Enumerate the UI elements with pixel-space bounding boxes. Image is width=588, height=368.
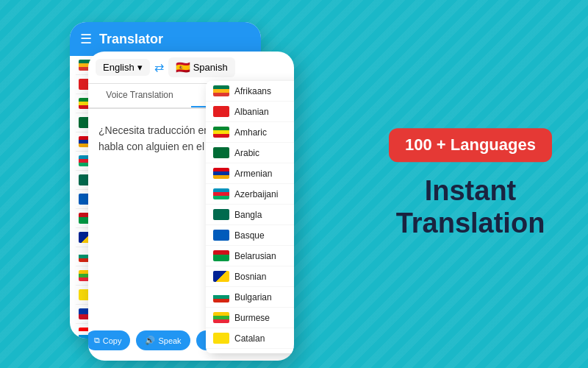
- hamburger-icon[interactable]: ☰: [80, 31, 92, 47]
- list-item[interactable]: Bosnian: [206, 266, 294, 287]
- swap-icon[interactable]: ⇄: [154, 60, 164, 74]
- lang-selector: English ▾ ⇄ 🇪🇸 Spanish: [88, 52, 294, 84]
- target-lang-button[interactable]: 🇪🇸 Spanish: [168, 57, 235, 77]
- flag-icon: [213, 250, 229, 261]
- list-item[interactable]: Amharic: [206, 122, 294, 143]
- list-item[interactable]: Arabic: [206, 143, 294, 163]
- flag-icon: [213, 106, 229, 117]
- lang-name: Belarusian: [234, 251, 276, 261]
- list-item[interactable]: Armenian: [206, 163, 294, 184]
- flag-icon: [213, 147, 229, 158]
- list-item[interactable]: Burmese: [206, 308, 294, 328]
- speak-button[interactable]: 🔊 Speak: [136, 330, 190, 350]
- list-item[interactable]: Bulgarian: [206, 287, 294, 308]
- list-item[interactable]: Catalan: [206, 328, 294, 349]
- lang-name: Burmese: [234, 313, 270, 323]
- list-item[interactable]: Afrikaans: [206, 81, 294, 102]
- flag-icon: [213, 127, 229, 138]
- flag-icon: [213, 230, 229, 241]
- lang-name: Bosnian: [234, 272, 266, 282]
- flag-icon: [213, 209, 229, 220]
- list-item[interactable]: Cebuano: [206, 349, 294, 353]
- copy-icon: ⧉: [94, 336, 100, 345]
- source-lang-label: English: [103, 62, 135, 73]
- lang-name: Afrikaans: [234, 86, 271, 96]
- dropdown-arrow-icon: ▾: [137, 62, 143, 73]
- languages-badge: 100 + Languages: [389, 128, 552, 162]
- lang-name: Azerbaijani: [234, 189, 278, 199]
- flag-icon: [213, 271, 229, 282]
- lang-name: Catalan: [234, 333, 265, 344]
- lang-name: Arabic: [234, 148, 259, 158]
- lang-name: Amharic: [234, 127, 267, 138]
- lang-name: Albanian: [234, 107, 269, 117]
- flag-icon: [213, 333, 229, 344]
- source-lang-button[interactable]: English ▾: [96, 59, 150, 76]
- lang-name: Bulgarian: [234, 292, 272, 302]
- right-panel: 100 + Languages Instant Translation: [375, 128, 566, 239]
- list-item[interactable]: Belarusian: [206, 246, 294, 266]
- flag-icon: [213, 168, 229, 179]
- lang-name: Basque: [234, 230, 265, 241]
- flag-icon: [213, 312, 229, 323]
- lang-name: Bangla: [234, 210, 262, 220]
- phone-front: English ▾ ⇄ 🇪🇸 Spanish Voice Translation…: [88, 52, 294, 361]
- app-title: Translator: [99, 32, 163, 47]
- flag-icon: [213, 188, 229, 199]
- tab-voice-translation[interactable]: Voice Translation: [88, 84, 191, 107]
- flag-icon: [213, 85, 229, 96]
- speak-icon: 🔊: [145, 336, 155, 345]
- language-dropdown[interactable]: AfrikaansAlbanianAmharicArabicArmenianAz…: [206, 81, 294, 353]
- lang-name: Armenian: [234, 169, 272, 179]
- target-lang-label: Spanish: [193, 62, 228, 73]
- list-item[interactable]: Bangla: [206, 205, 294, 225]
- copy-button[interactable]: ⧉ Copy: [88, 330, 130, 350]
- list-item[interactable]: Albanian: [206, 102, 294, 122]
- list-item[interactable]: Basque: [206, 225, 294, 246]
- instant-translation-heading: Instant Translation: [375, 175, 566, 239]
- flag-icon: [213, 291, 229, 302]
- list-item[interactable]: Azerbaijani: [206, 184, 294, 205]
